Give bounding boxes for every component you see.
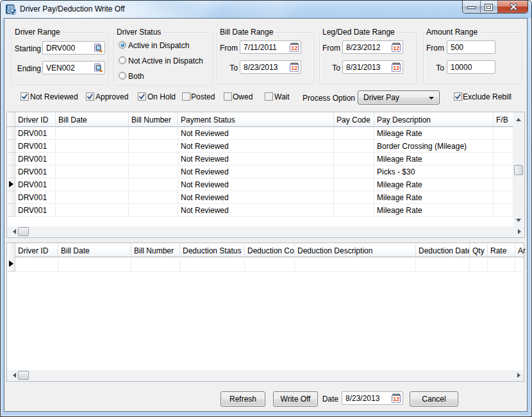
svg-text:12: 12 — [393, 65, 399, 71]
svg-text:12: 12 — [393, 396, 399, 402]
svg-text:12: 12 — [291, 45, 297, 51]
svg-text:12: 12 — [393, 45, 399, 51]
svg-text:12: 12 — [291, 65, 297, 71]
